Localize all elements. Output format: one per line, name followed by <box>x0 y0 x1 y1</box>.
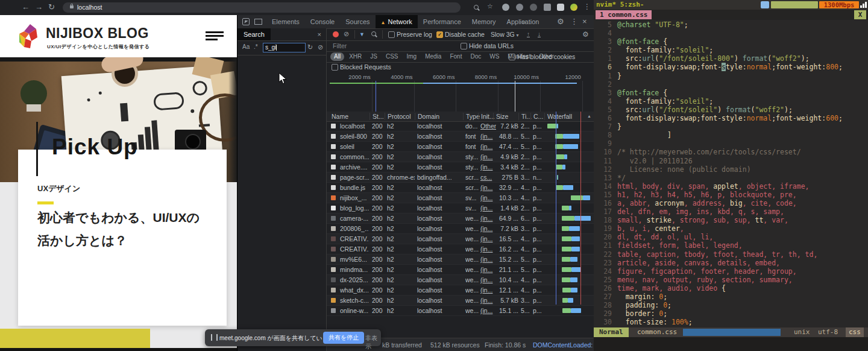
record-button[interactable] <box>333 31 339 37</box>
tab-network[interactable]: ▲Network <box>376 15 418 28</box>
network-request-row[interactable]: bundle.js200h2localhostscr...(in...32.9 … <box>327 183 594 193</box>
blocked-requests-label[interactable]: Blocked Requests <box>340 63 391 71</box>
vim-tab-common-css[interactable]: 1 common.css <box>596 10 652 19</box>
close-icon[interactable]: × <box>582 15 587 28</box>
col-type[interactable]: Type <box>463 113 480 120</box>
export-har-icon[interactable]: ↓ <box>538 31 541 37</box>
col-time[interactable]: Ti... <box>518 113 532 120</box>
tab-elements[interactable]: Elements <box>266 15 305 28</box>
network-request-row[interactable]: mindma...200h2localhostwe...(in...21.1 .… <box>327 265 594 275</box>
network-request-row[interactable]: soleil-800200h2localhostfont(in...48.8 .… <box>327 131 594 142</box>
network-request-row[interactable]: common...200h2localhoststy...(in...4.9 k… <box>327 152 594 162</box>
profile-avatar[interactable] <box>570 4 577 11</box>
filter-chip-js[interactable]: JS <box>366 52 381 61</box>
network-request-row[interactable]: archive....200h2localhoststy...(in...3.4… <box>327 162 594 172</box>
hide-data-urls-label[interactable]: Hide data URLs <box>469 42 514 49</box>
vim-tab-close-button[interactable]: X <box>854 10 866 19</box>
filter-chip-css[interactable]: CSS <box>382 52 402 61</box>
star-icon[interactable]: ☆ <box>487 2 493 10</box>
search-icon[interactable] <box>371 31 376 36</box>
network-request-row[interactable]: page-scr...200chrome-ex...bdingoffad...s… <box>327 172 594 183</box>
refresh-icon[interactable]: ↻ <box>307 43 313 51</box>
import-har-icon[interactable]: ↑ <box>527 31 530 37</box>
more-tabs-icon[interactable]: » <box>522 15 526 28</box>
tab-memory[interactable]: Memory <box>467 15 502 28</box>
filter-input[interactable]: Filter <box>333 42 347 49</box>
network-request-row[interactable]: localhost200h2localhostdo...Other7.2 kB2… <box>327 121 594 131</box>
network-request-row[interactable]: sketch-c...200h2localhostwe...(in...5.7 … <box>327 296 594 306</box>
filter-icon[interactable]: ▼ <box>359 31 365 37</box>
blocked-requests-checkbox[interactable] <box>332 64 338 71</box>
has-blocked-cookies-label[interactable]: Has blocked cookies <box>517 53 575 60</box>
disable-cache-label[interactable]: Disable cache <box>445 31 485 38</box>
tmux-window-list[interactable]: nvim* 5:zsh- <box>596 1 644 8</box>
extension-icon[interactable] <box>516 4 523 11</box>
address-bar[interactable]: localhost <box>63 2 461 13</box>
vim-code[interactable]: 5@charset "UTF-8";43@font-face {2 font-f… <box>594 21 868 326</box>
search-input[interactable]: s_gi <box>263 43 306 52</box>
col-protocol[interactable]: Protocol <box>385 113 411 120</box>
col-status[interactable]: St... <box>370 113 384 120</box>
col-cache[interactable]: C... <box>530 113 543 120</box>
filter-chip-doc[interactable]: Doc <box>467 52 485 61</box>
hide-link[interactable]: 非表示 <box>365 334 381 351</box>
back-icon[interactable]: ← <box>22 2 30 13</box>
filter-chip-img[interactable]: Img <box>403 52 420 61</box>
network-request-row[interactable]: 200806_...200h2localhostwe...(in...7.2 k… <box>327 224 594 234</box>
close-icon[interactable]: × <box>318 28 321 40</box>
network-request-row[interactable]: online-w...200h2localhostwe...(in...15.1… <box>327 306 594 316</box>
regex-button[interactable]: .* <box>254 43 258 50</box>
col-name[interactable]: Name <box>329 113 348 120</box>
network-request-row[interactable]: CREATIV...200h2localhostwe...(in...16.2 … <box>327 244 594 255</box>
network-request-row[interactable]: mv%E6...200h2localhostwe...(in...15.2 ..… <box>327 255 594 265</box>
preserve-log-checkbox[interactable] <box>388 31 395 38</box>
pause-icon[interactable] <box>211 334 218 341</box>
filter-chip-all[interactable]: All <box>330 52 344 61</box>
col-size[interactable]: Size <box>493 113 508 120</box>
tab-sources[interactable]: Sources <box>340 15 375 28</box>
tab-console[interactable]: Console <box>305 15 340 28</box>
search-icon[interactable] <box>474 5 479 10</box>
network-request-row[interactable]: blog_log...200h2localhostsv...(in...1.4 … <box>327 203 594 213</box>
forward-icon[interactable]: → <box>35 2 43 13</box>
network-request-row[interactable]: what_dx...200h2localhostwe...(in...12.1 … <box>327 285 594 296</box>
match-case-button[interactable]: Aa <box>242 43 250 50</box>
network-overview-timeline[interactable]: 2000 ms4000 ms6000 ms8000 ms10000 ms1200… <box>327 72 594 112</box>
extension-chart-icon[interactable] <box>544 4 551 11</box>
extension-icon[interactable] <box>502 4 509 11</box>
site-title[interactable]: NIJIBOX BLOG <box>46 25 149 42</box>
hide-data-urls-checkbox[interactable] <box>461 43 467 49</box>
device-toolbar-icon[interactable] <box>254 19 262 25</box>
preserve-log-label[interactable]: Preserve log <box>397 31 432 38</box>
network-settings-gear-icon[interactable]: ⚙ <box>582 30 589 39</box>
filter-chip-xhr[interactable]: XHR <box>345 52 365 61</box>
has-blocked-cookies-checkbox[interactable] <box>509 54 515 60</box>
article-category[interactable]: UXデザイン <box>37 183 80 194</box>
article-title-line2[interactable]: 活かし方とは？ <box>37 232 127 249</box>
reload-icon[interactable]: ↻ <box>48 2 55 13</box>
col-waterfall[interactable]: Waterfall <box>544 113 572 120</box>
extension-icon[interactable] <box>530 4 537 11</box>
kebab-menu-icon[interactable]: ⋮ <box>583 2 591 11</box>
col-initiator[interactable]: Init... <box>478 113 495 120</box>
nijibox-logo-icon[interactable] <box>17 23 41 48</box>
kebab-menu-icon[interactable]: ⋮ <box>570 15 578 28</box>
filter-chip-ws[interactable]: WS <box>486 52 503 61</box>
article-title-line1[interactable]: 初心者でもわかる、UI/UXの <box>37 209 200 226</box>
sort-asc-icon[interactable]: ▲ <box>587 114 591 118</box>
puzzle-icon[interactable] <box>557 4 564 11</box>
clear-icon[interactable]: ⊘ <box>318 43 323 51</box>
disable-cache-checkbox[interactable]: ✓ <box>436 31 443 38</box>
clear-icon[interactable]: ⊘ <box>344 30 349 38</box>
inspect-element-icon[interactable] <box>242 18 250 25</box>
filter-chip-media[interactable]: Media <box>421 52 445 61</box>
network-request-row[interactable]: soleil200h2localhostfont(in...47.4 ...5.… <box>327 142 594 152</box>
vim-command-line[interactable] <box>594 337 868 351</box>
stop-sharing-button[interactable]: 共有を停止 <box>323 332 364 344</box>
tab-performance[interactable]: Performance <box>418 15 467 28</box>
network-request-row[interactable]: dx-2025...200h2localhostwe...(in...10.4 … <box>327 275 594 285</box>
hamburger-menu-icon[interactable] <box>206 31 224 41</box>
network-request-row[interactable]: CREATIV...200h2localhostwe...(in...16.5 … <box>327 234 594 244</box>
network-request-row[interactable]: camera-...200h2localhostwe...(in...64.9 … <box>327 213 594 224</box>
filter-chip-font[interactable]: Font <box>446 52 465 61</box>
